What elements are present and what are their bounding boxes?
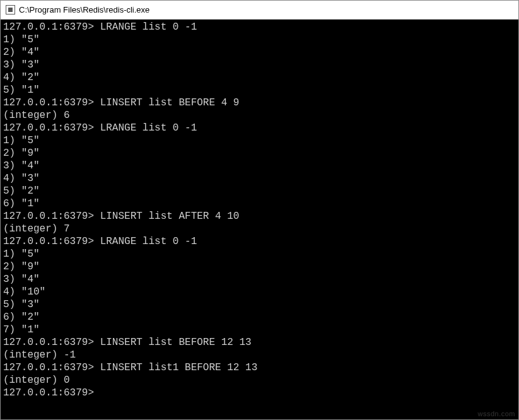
output-line: 4) "2": [3, 71, 516, 84]
output-line: 6) "1": [3, 197, 516, 210]
prompt-line: 127.0.0.1:6379> LINSERT list BEFORE 12 1…: [3, 336, 516, 349]
output-line: 2) "9": [3, 147, 516, 160]
prompt: 127.0.0.1:6379>: [3, 361, 94, 374]
command-input: LRANGE list 0 -1: [94, 235, 197, 248]
prompt: 127.0.0.1:6379>: [3, 336, 94, 349]
output-line: 3) "3": [3, 59, 516, 71]
command-input: LINSERT list1 BEFORE 12 13: [94, 361, 257, 374]
output-line: 1) "5": [3, 33, 516, 46]
output-line: 1) "5": [3, 248, 516, 260]
app-icon: [6, 5, 15, 15]
titlebar[interactable]: C:\Program Files\Redis\redis-cli.exe: [1, 1, 518, 20]
redis-cli-window: C:\Program Files\Redis\redis-cli.exe 127…: [0, 0, 519, 420]
terminal[interactable]: 127.0.0.1:6379> LRANGE list 0 -11) "5"2)…: [1, 20, 518, 419]
output-line: 2) "4": [3, 46, 516, 59]
output-line: (integer) 6: [3, 109, 516, 122]
prompt-line: 127.0.0.1:6379> LINSERT list BEFORE 4 9: [3, 96, 516, 109]
prompt: 127.0.0.1:6379>: [3, 210, 94, 223]
command-input: LRANGE list 0 -1: [94, 122, 197, 134]
prompt-line: 127.0.0.1:6379> LRANGE list 0 -1: [3, 21, 516, 33]
output-line: 6) "2": [3, 311, 516, 324]
prompt-line: 127.0.0.1:6379> LINSERT list AFTER 4 10: [3, 210, 516, 223]
command-input: LINSERT list AFTER 4 10: [94, 210, 239, 223]
output-line: 5) "3": [3, 298, 516, 311]
prompt: 127.0.0.1:6379>: [3, 122, 94, 134]
command-input: LINSERT list BEFORE 12 13: [94, 336, 252, 349]
output-line: 1) "5": [3, 134, 516, 147]
prompt-line: 127.0.0.1:6379> LRANGE list 0 -1: [3, 235, 516, 248]
command-input: LRANGE list 0 -1: [94, 21, 197, 33]
prompt-line: 127.0.0.1:6379> LINSERT list1 BEFORE 12 …: [3, 361, 516, 374]
output-line: (integer) 0: [3, 374, 516, 387]
output-line: 7) "1": [3, 324, 516, 336]
output-line: (integer) -1: [3, 349, 516, 361]
prompt-line: 127.0.0.1:6379> LRANGE list 0 -1: [3, 122, 516, 134]
prompt: 127.0.0.1:6379>: [3, 387, 94, 399]
watermark: wssdn.com: [477, 410, 515, 417]
output-line: 4) "3": [3, 172, 516, 185]
output-line: 2) "9": [3, 260, 516, 273]
prompt: 127.0.0.1:6379>: [3, 21, 94, 33]
command-input: LINSERT list BEFORE 4 9: [94, 96, 239, 109]
command-input[interactable]: [94, 387, 100, 399]
prompt: 127.0.0.1:6379>: [3, 96, 94, 109]
output-line: 3) "4": [3, 160, 516, 172]
prompt: 127.0.0.1:6379>: [3, 235, 94, 248]
output-line: 4) "10": [3, 286, 516, 298]
output-line: 5) "2": [3, 185, 516, 197]
window-title: C:\Program Files\Redis\redis-cli.exe: [19, 5, 149, 15]
prompt-line: 127.0.0.1:6379>: [3, 387, 516, 399]
output-line: (integer) 7: [3, 223, 516, 235]
output-line: 5) "1": [3, 84, 516, 96]
output-line: 3) "4": [3, 273, 516, 286]
